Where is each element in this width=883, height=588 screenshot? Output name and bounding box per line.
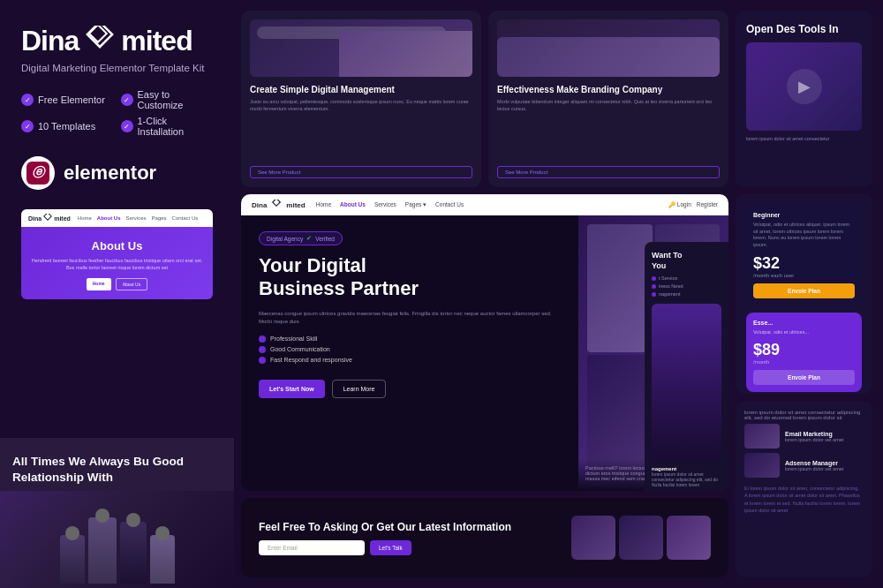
mini-nav-services: Services xyxy=(126,215,147,221)
mini-btn-about: About Us xyxy=(116,278,148,290)
btn-learn[interactable]: Learn More xyxy=(332,380,387,398)
hero-body: Digital Agency ✔ Verified Your Digital B… xyxy=(241,215,728,491)
card-1-text: Justo eu arcu volutpat, pellentesque, co… xyxy=(250,99,472,162)
hero-nav-logo: Dina mited xyxy=(252,200,306,210)
pricing-essential-cta[interactable]: Envoie Plan xyxy=(753,370,855,385)
service-adsense-name: Adsense Manager xyxy=(785,460,843,466)
nav-login[interactable]: 🔑 Login xyxy=(668,201,691,208)
badge-agency: Digital Agency xyxy=(267,236,303,242)
hero-feature-2: Good Communication xyxy=(259,346,561,353)
want-person-img xyxy=(652,304,721,463)
people-group xyxy=(60,517,175,588)
mini-hero-title: About Us xyxy=(30,239,204,253)
management-label: nagement lorem ipsum dolor sit amet cons… xyxy=(652,466,721,487)
contact-section: Feel Free To Asking Or Get Our Latest In… xyxy=(241,498,728,577)
contact-img-2 xyxy=(619,516,663,560)
br-services: Email Marketing lorem ipsum dolor set am… xyxy=(744,424,864,478)
contact-img-1 xyxy=(571,516,615,560)
collage-img-1 xyxy=(587,224,653,352)
hero-nav-links: Home About Us Services Pages ▾ Contact U… xyxy=(316,201,658,208)
pricing-essential-desc: Volutpat, odio et ultrices... xyxy=(753,329,855,336)
person-4 xyxy=(150,535,175,584)
contact-input-row: Enter Email Let's Talk xyxy=(259,540,554,555)
hero-desc: Maecenas congue ipsum ultrices gravida m… xyxy=(259,310,561,327)
pricing-card: Beginner Volutpat, odio et ultrices aliq… xyxy=(736,194,872,394)
pricing-essential-price: $89 xyxy=(753,341,855,359)
contact-title: Feel Free To Asking Or Get Our Latest In… xyxy=(259,521,554,533)
brand-subtitle: Digital Marketing Elementor Template Kit xyxy=(21,63,213,73)
pricing-beginner-period: /month each user xyxy=(753,273,855,278)
bottom-right-section: lorem ipsum dolor sit amet consectetur a… xyxy=(736,401,872,577)
brand-title: Dina mited xyxy=(21,25,213,57)
pricing-beginner-price: $32 xyxy=(753,254,780,273)
pricing-essential-period: /month xyxy=(753,359,855,365)
od-text: lorem ipsum dolor sit amet consectetur xyxy=(746,136,862,141)
feature-item-4: ✓ 1-Click Installation xyxy=(121,116,214,137)
contact-email-input[interactable]: Enter Email xyxy=(259,540,365,555)
person-3 xyxy=(120,522,147,584)
mini-hero: About Us Hendrerit laoreet faucibus feat… xyxy=(21,227,213,299)
want-dot-3 xyxy=(652,292,656,297)
check-icon-2: ✓ xyxy=(121,94,133,106)
bottom-text-overlay: All Times We Always Bu Good Relationship… xyxy=(12,454,222,485)
elementor-label: elementor xyxy=(64,162,156,185)
mini-btn-home: Home xyxy=(87,278,111,290)
hero-left: Digital Agency ✔ Verified Your Digital B… xyxy=(241,215,578,491)
hero-btns: Let's Start Now Learn More xyxy=(259,380,561,398)
want-dot-1 xyxy=(652,276,656,281)
btn-start[interactable]: Let's Start Now xyxy=(259,380,325,398)
nav-register[interactable]: Register xyxy=(697,201,718,208)
nav-pages: Pages ▾ xyxy=(405,201,426,208)
card-2-title: Effectiveness Make Branding Company xyxy=(497,84,720,95)
bottom-big-text: All Times We Always Bu Good Relationship… xyxy=(12,454,222,485)
service-email-sub: lorem ipsum dolor set amet xyxy=(785,437,843,442)
contact-btn[interactable]: Let's Talk xyxy=(370,540,411,555)
hero-section: Dina mited Home About Us Services Pages … xyxy=(241,194,728,491)
bottom-image-section: All Times We Always Bu Good Relationship… xyxy=(0,438,234,588)
feature-label-2: Easy to Customize xyxy=(138,89,214,110)
feature-dot-2 xyxy=(259,346,266,353)
feature-label-4: 1-Click Installation xyxy=(138,116,214,137)
card-1-title: Create Simple Digital Management xyxy=(250,84,472,95)
mini-nav-contact: Contact Us xyxy=(172,215,199,221)
card-2-image xyxy=(497,19,720,77)
feature-item-1: ✓ Free Elementor xyxy=(21,89,114,110)
nav-services: Services xyxy=(374,201,396,208)
top-cards-row: Create Simple Digital Management Justo e… xyxy=(241,11,728,187)
feature-dot-1 xyxy=(259,335,266,343)
contact-text: Feel Free To Asking Or Get Our Latest In… xyxy=(259,521,554,555)
mini-nav-home: Home xyxy=(78,215,92,221)
open-design-card: Open Des Tools In ▶ lorem ipsum dolor si… xyxy=(736,11,872,187)
person-2 xyxy=(88,517,117,584)
hero-title-line2: Business Partner xyxy=(259,277,419,299)
mini-logo: Dina mited xyxy=(28,214,71,222)
check-icon-4: ✓ xyxy=(121,120,133,132)
pricing-beginner-cta[interactable]: Envoie Plan xyxy=(753,283,855,298)
service-email-name: Email Marketing xyxy=(785,431,843,437)
mini-preview-about: Dina mited Home About Us Services Pages … xyxy=(21,209,213,299)
main-content: Create Simple Digital Management Justo e… xyxy=(234,0,883,588)
hero-title-line1: Your Digital xyxy=(259,254,366,276)
feature-label-1: Free Elementor xyxy=(38,94,105,105)
card-1-cta[interactable]: See More Product xyxy=(250,166,472,178)
e-logo: ⓔ xyxy=(26,162,49,185)
mini-hero-btns: Home About Us xyxy=(30,278,204,290)
brand-name-part1: Dina xyxy=(21,25,79,57)
features-grid: ✓ Free Elementor ✓ Easy to Customize ✓ 1… xyxy=(21,89,213,137)
card-2-cta[interactable]: See More Product xyxy=(497,166,720,178)
pricing-beginner-desc: Volutpat, odio et ultrices aliquet. ipsu… xyxy=(753,222,855,249)
check-icon-3: ✓ xyxy=(21,120,34,132)
pricing-essential: Esse... Volutpat, odio et ultrices... $8… xyxy=(746,313,862,393)
want-item-2: iness Need xyxy=(652,283,721,289)
br-extra-text: Ei lorem ipsum dolor sit amet, consectet… xyxy=(744,485,864,514)
want-item-3: nagement xyxy=(652,291,721,297)
want-title: Want ToYou xyxy=(652,251,721,271)
elementor-icon: ⓔ xyxy=(21,156,55,190)
left-panel: Dina mited Digital Marketing Elementor T… xyxy=(0,0,234,588)
pricing-beginner-label: Beginner xyxy=(753,212,855,218)
card-digital-management: Create Simple Digital Management Justo e… xyxy=(241,11,481,187)
brand-logo-icon xyxy=(84,26,116,57)
feature-label-3: 10 Templates xyxy=(38,121,95,132)
mini-nav: Dina mited Home About Us Services Pages … xyxy=(21,209,213,227)
nav-about: About Us xyxy=(340,201,366,208)
